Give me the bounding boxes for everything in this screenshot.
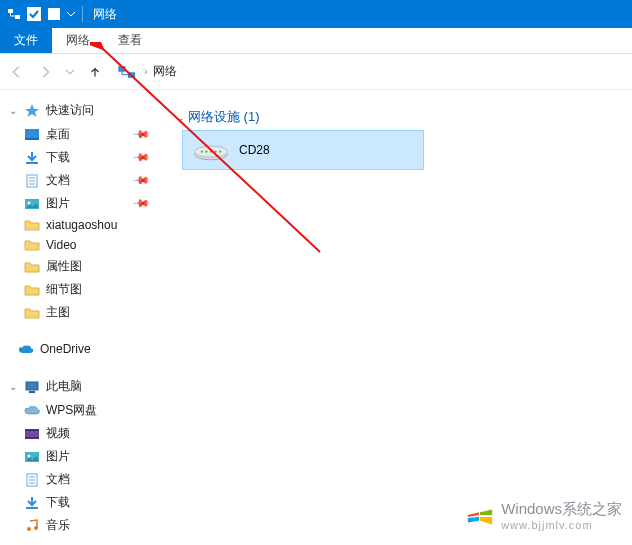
svg-point-28 (34, 526, 38, 530)
svg-rect-8 (26, 162, 38, 164)
chevron-down-icon: ⌄ (8, 105, 18, 116)
qat-dropdown-icon[interactable] (66, 6, 76, 22)
svg-rect-16 (29, 391, 35, 393)
nav-forward-button[interactable] (36, 63, 54, 81)
nav-back-button[interactable] (8, 63, 26, 81)
sidebar-item-label: WPS网盘 (46, 402, 97, 419)
svg-rect-3 (48, 8, 60, 20)
sidebar-item-label: 主图 (46, 304, 70, 321)
tab-file-label: 文件 (14, 32, 38, 49)
video-icon (24, 427, 40, 441)
sidebar-item-label: 属性图 (46, 258, 82, 275)
device-item[interactable]: CD28 (182, 130, 424, 170)
sidebar-item-folder[interactable]: 属性图 (0, 255, 160, 278)
sidebar-item-label: 图片 (46, 448, 70, 465)
pin-icon: 📌 (131, 194, 150, 213)
star-icon (24, 104, 40, 118)
svg-rect-19 (25, 437, 39, 439)
chevron-down-icon: ⌄ (8, 381, 18, 392)
nav-up-button[interactable] (86, 63, 104, 81)
sidebar-onedrive-header[interactable]: OneDrive (0, 338, 160, 360)
tab-network-label: 网络 (66, 32, 90, 49)
pin-icon: 📌 (131, 125, 150, 144)
sidebar-item-label: Video (46, 238, 76, 252)
svg-rect-26 (26, 507, 38, 509)
svg-rect-2 (27, 7, 41, 21)
pc-icon (24, 380, 40, 394)
document-icon (24, 473, 40, 487)
sidebar-item-label: 音乐 (46, 517, 70, 534)
tab-view[interactable]: 查看 (104, 28, 156, 53)
qat-item-icon[interactable] (46, 6, 62, 22)
svg-rect-6 (25, 129, 39, 138)
tab-file[interactable]: 文件 (0, 28, 52, 53)
pin-icon: 📌 (131, 148, 150, 167)
svg-rect-1 (15, 15, 20, 19)
sidebar-this-pc-header[interactable]: ⌄ 此电脑 (0, 374, 160, 399)
window-title: 网络 (93, 6, 117, 23)
quick-access-label: 快速访问 (46, 102, 94, 119)
sidebar-item-label: 文档 (46, 471, 70, 488)
download-icon (24, 151, 40, 165)
cloud-icon (18, 342, 34, 356)
router-icon (191, 138, 231, 162)
section-network-infrastructure[interactable]: ⌄ 网络设施 (1) (176, 108, 618, 126)
sidebar-item-downloads[interactable]: 下载 📌 (0, 146, 160, 169)
sidebar-item-folder[interactable]: 细节图 (0, 278, 160, 301)
watermark: Windows系统之家 www.bjjmlv.com (465, 500, 622, 531)
document-icon (24, 174, 40, 188)
desktop-icon (24, 128, 40, 142)
sidebar-item-folder[interactable]: 主图 (0, 301, 160, 324)
pictures-icon (24, 450, 40, 464)
sidebar-item-label: 下载 (46, 149, 70, 166)
svg-point-32 (205, 151, 207, 153)
sidebar-item-videos[interactable]: 视频 (0, 422, 160, 445)
tab-network[interactable]: 网络 (52, 28, 104, 53)
cloud-icon (24, 404, 40, 418)
watermark-main: Windows系统之家 (501, 500, 622, 517)
svg-rect-7 (25, 138, 39, 140)
address-network-icon (118, 65, 136, 79)
folder-icon (24, 260, 40, 274)
sidebar-item-wps[interactable]: WPS网盘 (0, 399, 160, 422)
sidebar-item-folder[interactable]: Video (0, 235, 160, 255)
sidebar-item-documents[interactable]: 文档 📌 (0, 169, 160, 192)
body: ⌄ 快速访问 桌面 📌 下载 📌 文档 📌 图片 📌 (0, 90, 632, 545)
address-field[interactable]: › 网络 (114, 60, 624, 84)
sidebar: ⌄ 快速访问 桌面 📌 下载 📌 文档 📌 图片 📌 (0, 90, 160, 545)
address-bar: › 网络 (0, 54, 632, 90)
chevron-down-icon: ⌄ (176, 112, 184, 123)
svg-point-33 (210, 151, 212, 153)
sidebar-item-documents-pc[interactable]: 文档 (0, 468, 160, 491)
network-icon (6, 6, 22, 22)
sidebar-quick-access-header[interactable]: ⌄ 快速访问 (0, 98, 160, 123)
sidebar-item-label: 视频 (46, 425, 70, 442)
sidebar-item-label: 细节图 (46, 281, 82, 298)
sidebar-item-label: 桌面 (46, 126, 70, 143)
sidebar-item-label: xiatugaoshou (46, 218, 117, 232)
svg-point-35 (219, 151, 221, 153)
music-icon (24, 519, 40, 533)
sidebar-item-desktop[interactable]: 桌面 📌 (0, 123, 160, 146)
tab-view-label: 查看 (118, 32, 142, 49)
svg-rect-15 (26, 382, 38, 390)
nav-recent-dropdown[interactable] (64, 63, 76, 81)
folder-icon (24, 306, 40, 320)
section-label: 网络设施 (1) (188, 108, 260, 126)
pin-icon: 📌 (131, 171, 150, 190)
svg-point-31 (201, 151, 203, 153)
sidebar-item-pictures-pc[interactable]: 图片 (0, 445, 160, 468)
svg-rect-4 (119, 66, 125, 70)
svg-rect-5 (129, 72, 135, 76)
sidebar-item-music[interactable]: 音乐 (0, 514, 160, 537)
folder-icon (24, 218, 40, 232)
title-bar: 网络 (0, 0, 632, 28)
checkbox-icon[interactable] (26, 6, 42, 22)
sidebar-item-folder[interactable]: xiatugaoshou (0, 215, 160, 235)
sidebar-item-pictures[interactable]: 图片 📌 (0, 192, 160, 215)
download-icon (24, 496, 40, 510)
sidebar-item-downloads-pc[interactable]: 下载 (0, 491, 160, 514)
windows-logo-icon (465, 501, 495, 531)
content-pane: ⌄ 网络设施 (1) CD28 (160, 90, 632, 545)
sidebar-item-label: 文档 (46, 172, 70, 189)
